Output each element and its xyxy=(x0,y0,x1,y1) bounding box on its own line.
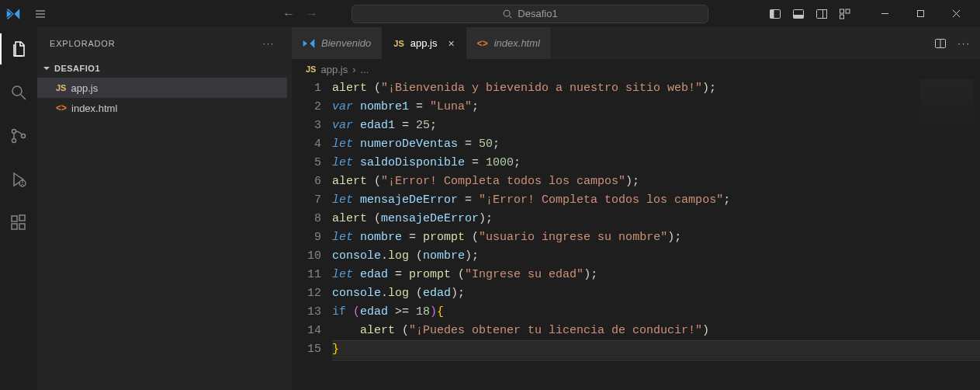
code-line-12[interactable]: console.log (edad); xyxy=(332,284,980,303)
titlebar: ← → Desafio1 xyxy=(0,0,980,27)
minimap[interactable] xyxy=(919,79,974,141)
split-editor-icon[interactable] xyxy=(934,37,947,50)
customize-layout-icon[interactable] xyxy=(839,8,851,20)
svg-rect-18 xyxy=(12,216,17,221)
nav-forward-icon[interactable]: → xyxy=(306,7,318,21)
file-row-index-html[interactable]: <>index.html xyxy=(37,98,287,118)
code-line-15[interactable]: } xyxy=(332,340,980,359)
code-editor[interactable]: 123456789101112131415 alert ("¡Bienvenid… xyxy=(292,79,980,359)
vscode-logo-icon xyxy=(6,5,23,23)
breadcrumb-separator: › xyxy=(352,64,355,75)
code-content[interactable]: alert ("¡Bienvenida y bievenido a nuestr… xyxy=(332,79,980,359)
tab-bienvenido[interactable]: Bienvenido xyxy=(292,27,383,59)
editor-tabs: BienvenidoJSapp.js×<>index.html ··· xyxy=(292,27,980,59)
code-line-6[interactable]: alert ("¡Error! Completa todos los campo… xyxy=(332,172,980,191)
search-text: Desafio1 xyxy=(518,8,557,19)
editor-area: BienvenidoJSapp.js×<>index.html ··· JS a… xyxy=(292,27,980,390)
svg-rect-21 xyxy=(19,215,25,221)
svg-point-16 xyxy=(21,134,25,138)
folder-name: DESAFIO1 xyxy=(54,64,100,73)
command-center[interactable]: Desafio1 xyxy=(351,5,708,23)
chevron-down-icon xyxy=(42,64,51,73)
toggle-secondary-sidebar-icon[interactable] xyxy=(816,8,828,20)
code-line-10[interactable]: console.log (nombre); xyxy=(332,247,980,266)
code-line-3[interactable]: var edad1 = 25; xyxy=(332,117,980,135)
search-activity-icon[interactable] xyxy=(0,77,37,108)
code-line-9[interactable]: let nombre = prompt ("usuario ingrese su… xyxy=(332,228,980,247)
tab-label: index.html xyxy=(494,37,540,49)
svg-rect-9 xyxy=(846,9,850,13)
layout-controls xyxy=(769,8,851,20)
svg-rect-11 xyxy=(917,11,923,17)
code-line-13[interactable]: if (edad >= 18){ xyxy=(332,303,980,322)
html-file-icon: <> xyxy=(56,103,67,113)
sidebar-title: EXPLORADOR xyxy=(50,39,115,48)
tab-label: Bienvenido xyxy=(321,37,371,49)
html-file-icon: <> xyxy=(477,38,488,49)
search-icon xyxy=(502,9,513,19)
file-row-app-js[interactable]: JSapp.js xyxy=(37,78,287,98)
svg-point-14 xyxy=(12,130,16,134)
code-line-5[interactable]: let saldoDisponible = 1000; xyxy=(332,154,980,172)
code-line-2[interactable]: var nombre1 = "Luna"; xyxy=(332,98,980,117)
svg-rect-8 xyxy=(840,9,844,13)
js-file-icon: JS xyxy=(393,39,403,48)
svg-line-13 xyxy=(21,95,26,99)
svg-point-12 xyxy=(12,86,22,96)
menu-button[interactable] xyxy=(29,0,51,27)
window-close-icon[interactable] xyxy=(938,0,974,27)
breadcrumb-suffix: ... xyxy=(361,64,369,75)
svg-rect-20 xyxy=(19,224,25,229)
tab-close-icon[interactable]: × xyxy=(448,37,455,50)
editor-more-icon[interactable]: ··· xyxy=(957,37,971,49)
svg-point-0 xyxy=(504,10,511,16)
svg-rect-5 xyxy=(794,15,804,19)
js-file-icon: JS xyxy=(56,83,66,92)
line-number-gutter: 123456789101112131415 xyxy=(292,79,332,359)
sidebar-folder-header[interactable]: DESAFIO1 xyxy=(37,59,287,78)
activity-bar xyxy=(0,27,37,390)
code-line-4[interactable]: let numeroDeVentas = 50; xyxy=(332,135,980,154)
extensions-icon[interactable] xyxy=(0,207,37,239)
window-maximize-icon[interactable] xyxy=(902,0,938,27)
vscode-icon xyxy=(303,37,315,50)
code-line-14[interactable]: alert ("¡Puedes obtener tu licencia de c… xyxy=(332,322,980,340)
tab-app-js[interactable]: JSapp.js× xyxy=(383,27,466,59)
code-line-8[interactable]: alert (mensajeDeError); xyxy=(332,210,980,228)
window-minimize-icon[interactable] xyxy=(867,0,902,27)
tab-label: app.js xyxy=(410,37,438,49)
sidebar-header: EXPLORADOR ··· xyxy=(37,27,287,59)
toggle-primary-sidebar-icon[interactable] xyxy=(769,8,781,20)
explorer-icon[interactable] xyxy=(0,33,37,64)
nav-back-icon[interactable]: ← xyxy=(282,7,295,21)
svg-rect-6 xyxy=(817,9,827,18)
js-file-icon: JS xyxy=(306,64,316,74)
file-name: index.html xyxy=(71,103,117,114)
breadcrumb[interactable]: JS app.js › ... xyxy=(292,59,980,79)
file-name: app.js xyxy=(71,82,98,94)
code-line-7[interactable]: let mensajeDeError = "¡Error! Completa t… xyxy=(332,191,980,210)
sidebar-more-icon[interactable]: ··· xyxy=(263,39,275,48)
source-control-icon[interactable] xyxy=(0,120,37,151)
sidebar-explorer: EXPLORADOR ··· DESAFIO1 JSapp.js<>index.… xyxy=(37,27,287,390)
run-debug-icon[interactable] xyxy=(0,164,37,195)
svg-rect-7 xyxy=(823,9,827,18)
svg-rect-3 xyxy=(770,9,774,18)
svg-point-15 xyxy=(12,139,16,143)
code-line-11[interactable]: let edad = prompt ("Ingrese su edad"); xyxy=(332,266,980,284)
toggle-panel-icon[interactable] xyxy=(792,8,805,20)
svg-line-1 xyxy=(510,16,512,18)
svg-rect-10 xyxy=(840,15,844,19)
tab-index-html[interactable]: <>index.html xyxy=(466,27,552,59)
code-line-1[interactable]: alert ("¡Bienvenida y bievenido a nuestr… xyxy=(332,79,980,98)
breadcrumb-file: app.js xyxy=(320,64,348,75)
svg-rect-19 xyxy=(12,224,17,229)
nav-history: ← → xyxy=(282,7,318,21)
